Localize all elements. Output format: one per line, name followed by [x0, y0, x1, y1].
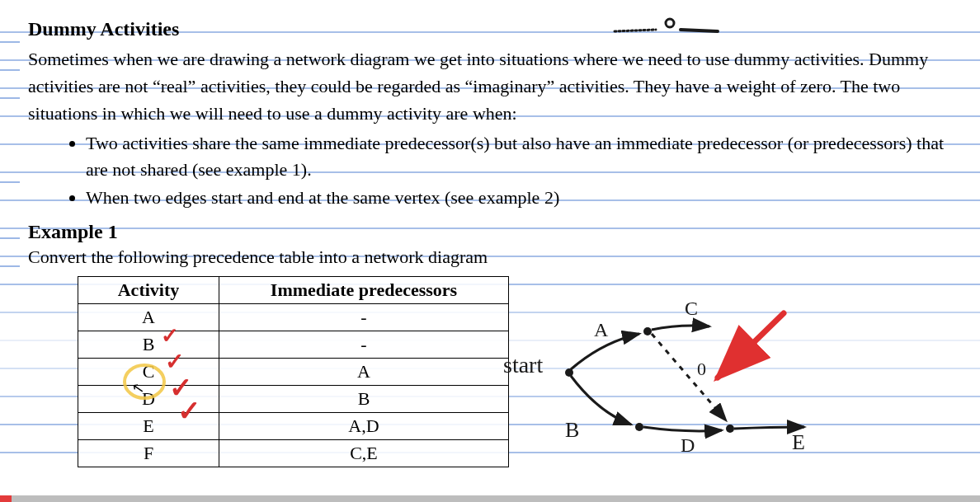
table-row: F C,E: [78, 440, 509, 467]
table-row: A -: [78, 304, 509, 331]
table-row: C A: [78, 359, 509, 386]
col-header-predecessors: Immediate predecessors: [219, 277, 509, 304]
cell-activity: B: [78, 331, 219, 359]
bullet-list: Two activities share the same immediate …: [28, 130, 955, 211]
content-block: Dummy Activities Sometimes when we are d…: [0, 0, 980, 467]
intro-paragraph: Sometimes when we are drawing a network …: [28, 45, 955, 127]
cell-activity: F: [78, 440, 219, 467]
cell-pred: C,E: [219, 440, 509, 467]
cell-activity: A: [78, 304, 219, 331]
cell-pred: A,D: [219, 413, 509, 440]
progress-played: [0, 495, 12, 502]
page-root: { "title": "Dummy Activities", "para": "…: [0, 0, 980, 502]
cell-activity: E: [78, 413, 219, 440]
table-row: B -: [78, 331, 509, 359]
table-header-row: Activity Immediate predecessors: [78, 277, 509, 304]
bullet-2: When two edges start and end at the same…: [86, 185, 955, 211]
cell-activity: C: [78, 359, 219, 386]
example-title: Example 1: [28, 221, 955, 243]
cell-pred: -: [219, 304, 509, 331]
cell-activity: D: [78, 386, 219, 413]
cell-pred: B: [219, 386, 509, 413]
example-subtitle: Convert the following precedence table i…: [28, 246, 955, 268]
col-header-activity: Activity: [78, 277, 219, 304]
table-row: E A,D: [78, 413, 509, 440]
cell-pred: A: [219, 359, 509, 386]
progress-bar[interactable]: [0, 495, 980, 502]
section-title: Dummy Activities: [28, 18, 955, 40]
bullet-1: Two activities share the same immediate …: [86, 130, 955, 183]
precedence-table: Activity Immediate predecessors A - B - …: [78, 276, 509, 467]
table-row: D B: [78, 386, 509, 413]
cell-pred: -: [219, 331, 509, 359]
